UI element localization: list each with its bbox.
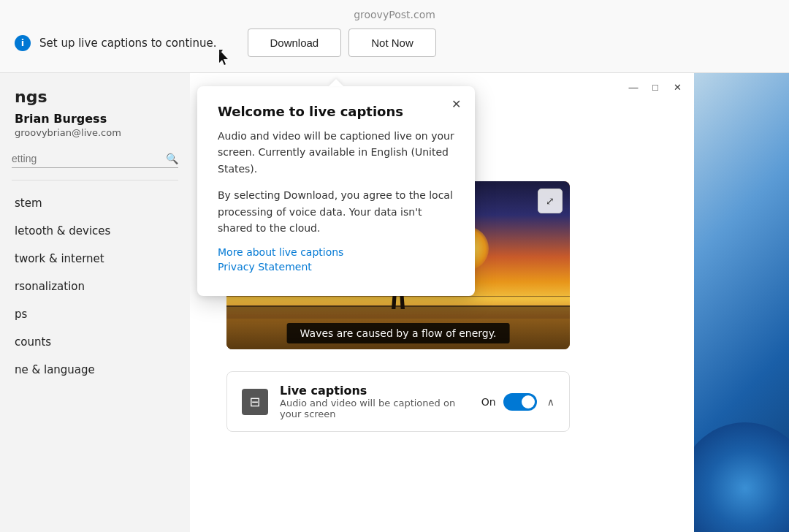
captions-title: Live captions <box>280 384 470 398</box>
top-bar: groovyPost.com i Set up live captions to… <box>0 0 789 73</box>
dialog-title: Welcome to live captions <box>218 104 454 119</box>
right-decoration <box>694 73 789 532</box>
sidebar-item-accounts[interactable]: counts <box>0 328 190 356</box>
more-about-link[interactable]: More about live captions <box>218 246 454 258</box>
sidebar-item-language[interactable]: ne & language <box>0 356 190 384</box>
sidebar-item-network[interactable]: twork & internet <box>0 245 190 273</box>
window-chrome: — □ ✕ <box>617 73 694 101</box>
captions-subtitle: Audio and video will be captioned on you… <box>280 398 470 419</box>
video-expand-button[interactable]: ⤢ <box>538 189 563 213</box>
right-decoration-circle <box>694 422 789 532</box>
minimize-button[interactable]: — <box>627 80 640 94</box>
video-railing <box>226 305 570 320</box>
privacy-statement-link[interactable]: Privacy Statement <box>218 261 454 273</box>
close-button[interactable]: ✕ <box>671 80 684 94</box>
sidebar-search[interactable]: 🔍 <box>12 150 178 168</box>
live-captions-dialog: ✕ Welcome to live captions Audio and vid… <box>197 86 475 296</box>
sidebar-header: ngs <box>0 88 190 112</box>
toggle-knob <box>522 395 535 408</box>
captions-text-block: Live captions Audio and video will be ca… <box>280 384 470 419</box>
dialog-paragraph-1: Audio and video will be captioned live o… <box>218 128 454 177</box>
download-button[interactable]: Download <box>248 28 342 57</box>
captions-status: On ∧ <box>481 393 554 411</box>
top-bar-content: i Set up live captions to continue. Down… <box>15 28 436 57</box>
search-icon: 🔍 <box>166 153 178 164</box>
chevron-down-icon[interactable]: ∧ <box>547 396 554 408</box>
maximize-button[interactable]: □ <box>649 80 662 94</box>
sidebar: ngs Brian Burgess groovybrian@live.com 🔍… <box>0 73 190 532</box>
live-captions-toggle[interactable] <box>503 393 537 411</box>
dialog-paragraph-2: By selecting Download, you agree to the … <box>218 187 454 236</box>
sidebar-user-email: groovybrian@live.com <box>0 127 190 150</box>
sidebar-item-personalization[interactable]: rsonalization <box>0 273 190 300</box>
dialog-close-button[interactable]: ✕ <box>447 95 465 113</box>
captions-on-label: On <box>481 396 496 408</box>
sidebar-divider <box>12 180 178 180</box>
top-bar-buttons: Download Not Now <box>248 28 436 57</box>
sidebar-user-name: Brian Burgess <box>0 112 190 127</box>
info-icon: i <box>15 35 31 51</box>
sidebar-item-system[interactable]: stem <box>0 189 190 217</box>
sidebar-item-apps[interactable]: ps <box>0 300 190 328</box>
not-now-button[interactable]: Not Now <box>348 28 436 57</box>
top-bar-message: Set up live captions to continue. <box>39 37 217 50</box>
sidebar-item-bluetooth[interactable]: letooth & devices <box>0 217 190 245</box>
site-label: groovyPost.com <box>354 9 435 20</box>
content-area: — □ ✕ ons nd by displaying audio as text… <box>190 73 694 532</box>
live-captions-panel: ⊟ Live captions Audio and video will be … <box>226 371 570 432</box>
video-caption: Waves are caused by a flow of energy. <box>287 323 510 343</box>
main-area: ngs Brian Burgess groovybrian@live.com 🔍… <box>0 73 789 532</box>
captions-icon: ⊟ <box>242 389 268 415</box>
search-input[interactable] <box>12 153 166 164</box>
